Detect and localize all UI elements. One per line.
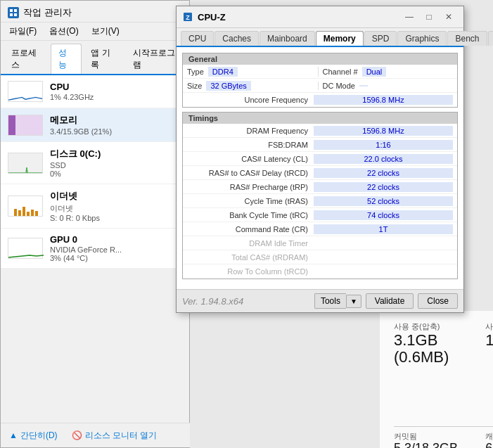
menu-view[interactable]: 보기(V) bbox=[89, 24, 122, 39]
gpu-chart bbox=[8, 238, 43, 259]
svg-rect-7 bbox=[27, 212, 30, 216]
svg-rect-6 bbox=[23, 207, 25, 216]
tab-app-history[interactable]: 앱 기록 bbox=[83, 44, 124, 74]
cpuz-titlebar: Z CPU-Z — □ ✕ bbox=[177, 6, 463, 28]
tab-process[interactable]: 프로세스 bbox=[4, 44, 49, 74]
timing-row-2: CAS# Latency (CL) 22.0 clocks bbox=[183, 152, 457, 166]
tools-btn[interactable]: Tools bbox=[314, 293, 346, 309]
memory-chart bbox=[8, 115, 43, 136]
avail-mem-value: 12.6GB bbox=[485, 332, 493, 349]
timing-label-8: DRAM Idle Timer bbox=[187, 239, 314, 248]
simplify-btn[interactable]: ▲ 간단히(D) bbox=[9, 430, 58, 442]
minimize-btn[interactable]: — bbox=[400, 10, 418, 24]
tab-spd[interactable]: SPD bbox=[364, 31, 397, 46]
cpu-label: CPU bbox=[50, 82, 182, 92]
sidebar-item-cpu[interactable]: CPU 1% 4.23GHz bbox=[1, 75, 189, 108]
timings-section-title: Timings bbox=[183, 113, 457, 124]
close-window-btn[interactable]: Close bbox=[418, 293, 458, 309]
maximize-btn[interactable]: □ bbox=[420, 10, 438, 24]
memory-sub: 3.4/15.9GB (21%) bbox=[50, 127, 182, 136]
channel-label: Channel # bbox=[323, 68, 362, 76]
network-sub: 이더넷S: 0 R: 0 Kbps bbox=[50, 203, 182, 222]
svg-rect-9 bbox=[35, 211, 38, 216]
timing-row-1: FSB:DRAM 1:16 bbox=[183, 138, 457, 152]
resource-monitor-btn[interactable]: 🚫 리소스 모니터 열기 bbox=[72, 430, 158, 442]
timing-row-4: RAS# Precharge (tRP) 22 clocks bbox=[183, 180, 457, 194]
timing-label-2: CAS# Latency (CL) bbox=[187, 155, 314, 163]
used-mem-label: 사용 중(압축) bbox=[394, 321, 485, 332]
menu-options[interactable]: 옵션(O) bbox=[46, 24, 81, 39]
timing-row-5: Cycle Time (tRAS) 52 clocks bbox=[183, 194, 457, 208]
cpu-info: CPU 1% 4.23GHz bbox=[50, 82, 182, 101]
tab-bench[interactable]: Bench bbox=[447, 31, 487, 46]
cpuz-window: Z CPU-Z — □ ✕ CPU Caches Mainboard Memor… bbox=[176, 6, 464, 313]
network-chart bbox=[8, 196, 43, 217]
general-section-title: General bbox=[183, 53, 457, 65]
menu-file[interactable]: 파일(F) bbox=[6, 24, 39, 39]
close-btn[interactable]: ✕ bbox=[440, 10, 458, 24]
resource-label: 리소스 모니터 열기 bbox=[85, 430, 158, 442]
task-manager-icon bbox=[8, 7, 19, 18]
timing-row-3: RAS# to CAS# Delay (tRCD) 22 clocks bbox=[183, 166, 457, 180]
timing-row-10: Row To Column (tRCD) bbox=[183, 264, 457, 279]
tab-cpu[interactable]: CPU bbox=[181, 31, 214, 46]
timing-value-8 bbox=[314, 243, 453, 244]
svg-text:Z: Z bbox=[186, 14, 190, 21]
sidebar-item-gpu[interactable]: GPU 0 NVIDIA GeForce R...3% (44 °C) bbox=[1, 229, 189, 269]
timing-label-3: RAS# to CAS# Delay (tRCD) bbox=[187, 169, 314, 177]
timing-label-10: Row To Column (tRCD) bbox=[187, 267, 314, 276]
tab-mainboard[interactable]: Mainboard bbox=[260, 31, 315, 46]
type-label: Type bbox=[187, 68, 208, 76]
timing-label-7: Command Rate (CR) bbox=[187, 225, 314, 233]
network-label: 이더넷 bbox=[50, 190, 182, 203]
chevron-up-icon: ▲ bbox=[9, 430, 18, 440]
uncore-row: Uncore Frequency 1596.8 MHz bbox=[183, 93, 457, 107]
validate-btn[interactable]: Validate bbox=[366, 293, 414, 309]
disk-sub: SSD0% bbox=[50, 161, 182, 178]
timing-label-1: FSB:DRAM bbox=[187, 141, 314, 149]
task-manager-menubar: 파일(F) 옵션(O) 보기(V) bbox=[1, 23, 189, 41]
disk-info: 디스크 0(C:) SSD0% bbox=[50, 148, 182, 178]
disk-label: 디스크 0(C:) bbox=[50, 148, 182, 160]
timing-label-9: Total CAS# (tRDRAM) bbox=[187, 253, 314, 262]
type-value: DDR4 bbox=[208, 67, 238, 77]
task-manager-bottom: ▲ 간단히(D) 🚫 리소스 모니터 열기 bbox=[1, 423, 191, 447]
svg-rect-8 bbox=[31, 210, 34, 216]
sidebar-item-network[interactable]: 이더넷 이더넷S: 0 R: 0 Kbps bbox=[1, 184, 189, 229]
tab-memory[interactable]: Memory bbox=[316, 31, 364, 46]
timing-value-3: 22 clocks bbox=[314, 168, 453, 178]
cached-group: 캐시됨 6.8GB bbox=[485, 431, 493, 448]
uncore-value: 1596.8 MHz bbox=[314, 95, 453, 105]
avail-mem-group: 사용 가능 12.6GB bbox=[485, 321, 493, 366]
tab-graphics[interactable]: Graphics bbox=[397, 31, 447, 46]
cached-label: 캐시됨 bbox=[485, 431, 493, 442]
task-manager-titlebar: 작업 관리자 bbox=[1, 1, 189, 23]
gpu-info: GPU 0 NVIDIA GeForce R...3% (44 °C) bbox=[50, 234, 182, 262]
timings-section: Timings DRAM Frequency 1596.8 MHz FSB:DR… bbox=[182, 112, 458, 279]
sidebar-item-memory[interactable]: 메모리 3.4/15.9GB (21%) bbox=[1, 108, 189, 142]
tab-performance[interactable]: 성능 bbox=[51, 44, 82, 74]
tab-caches[interactable]: Caches bbox=[215, 31, 259, 46]
svg-rect-4 bbox=[14, 209, 17, 216]
tools-dropdown-btn[interactable]: ▼ bbox=[346, 295, 361, 308]
dc-mode-label: DC Mode bbox=[323, 82, 359, 90]
svg-rect-3 bbox=[14, 13, 17, 16]
timing-value-6: 74 clocks bbox=[314, 210, 453, 220]
tab-about[interactable]: About bbox=[488, 31, 494, 46]
timing-label-5: Cycle Time (tRAS) bbox=[187, 197, 314, 205]
timing-row-6: Bank Cycle Time (tRC) 74 clocks bbox=[183, 208, 457, 222]
size-dc-row: Size 32 GBytes DC Mode bbox=[183, 79, 457, 93]
task-manager-tabs: 프로세스 성능 앱 기록 시작프로그램 bbox=[1, 41, 189, 75]
committed-label: 커밋됨 bbox=[394, 431, 485, 442]
timing-label-6: Bank Cycle Time (tRC) bbox=[187, 211, 314, 219]
timing-value-0: 1596.8 MHz bbox=[314, 126, 453, 136]
sidebar-list: CPU 1% 4.23GHz 메모리 3.4/15.9GB (21%) 디스크 … bbox=[1, 75, 189, 269]
gpu-sub: NVIDIA GeForce R...3% (44 °C) bbox=[50, 245, 182, 262]
cpu-sub: 1% 4.23GHz bbox=[50, 93, 182, 101]
window-buttons: — □ ✕ bbox=[400, 10, 458, 24]
timing-value-1: 1:16 bbox=[314, 140, 453, 150]
sidebar-item-disk[interactable]: 디스크 0(C:) SSD0% bbox=[1, 142, 189, 184]
used-mem-group: 사용 중(압축) 3.1GB (0.6MB) bbox=[394, 321, 485, 366]
timing-value-10 bbox=[314, 271, 453, 272]
cached-value: 6.8GB bbox=[485, 442, 493, 448]
